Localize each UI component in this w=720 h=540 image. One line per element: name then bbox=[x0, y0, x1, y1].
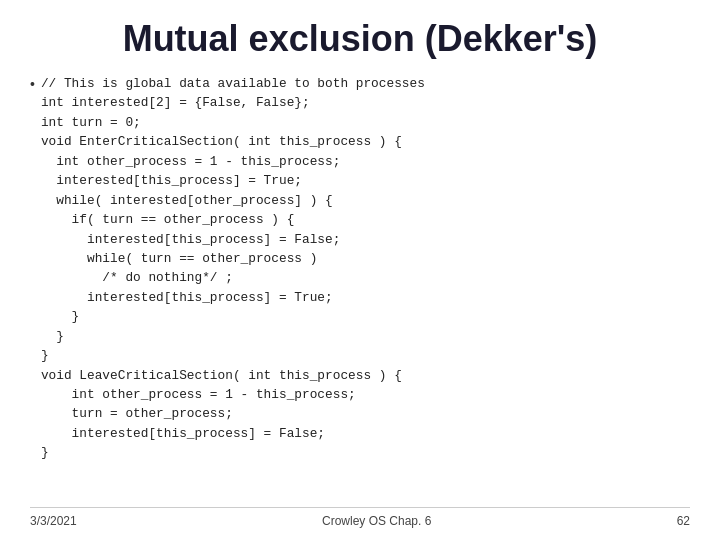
footer-course: Crowley OS Chap. 6 bbox=[322, 514, 431, 528]
code-block: // This is global data available to both… bbox=[41, 74, 425, 463]
slide: Mutual exclusion (Dekker's) • // This is… bbox=[0, 0, 720, 540]
bullet-item: • // This is global data available to bo… bbox=[30, 74, 690, 463]
footer-page: 62 bbox=[677, 514, 690, 528]
slide-content: • // This is global data available to bo… bbox=[30, 74, 690, 501]
footer-date: 3/3/2021 bbox=[30, 514, 77, 528]
slide-footer: 3/3/2021 Crowley OS Chap. 6 62 bbox=[30, 507, 690, 528]
bullet-symbol: • bbox=[30, 76, 35, 92]
slide-title: Mutual exclusion (Dekker's) bbox=[30, 18, 690, 60]
